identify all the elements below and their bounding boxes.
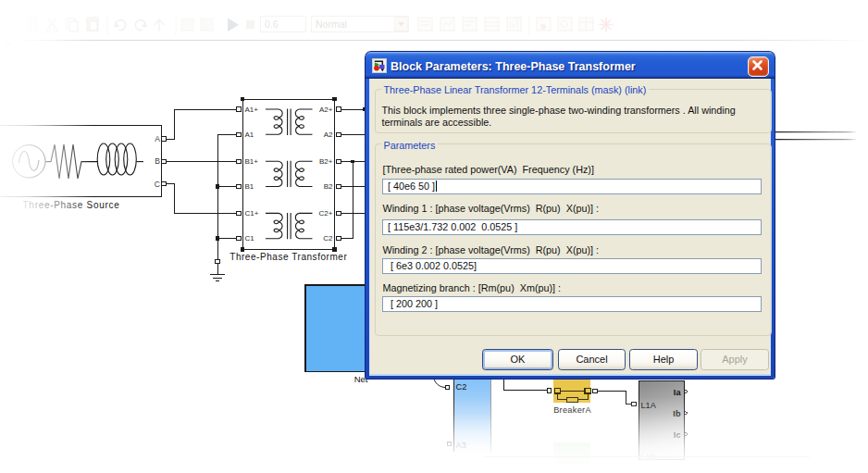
svg-text:A2: A2 — [324, 131, 333, 139]
svg-text:0.6: 0.6 — [265, 19, 279, 30]
svg-text:A1+: A1+ — [245, 106, 259, 114]
svg-text:L1B: L1B — [641, 453, 656, 462]
svg-text:C1: C1 — [245, 234, 255, 243]
svg-text:B1: B1 — [245, 182, 254, 191]
svg-text:BreakerA: BreakerA — [553, 405, 591, 415]
svg-text:Ib: Ib — [673, 409, 681, 418]
svg-text:B2+: B2+ — [319, 157, 333, 166]
svg-text:C2+: C2+ — [319, 209, 333, 218]
svg-text:Ic: Ic — [674, 430, 681, 440]
svg-text:C: C — [155, 180, 160, 189]
svg-text:Ia: Ia — [674, 388, 682, 397]
svg-text:C1+: C1+ — [245, 209, 259, 218]
svg-text:Three-Phase Transformer: Three-Phase Transformer — [229, 252, 347, 262]
svg-text:A3: A3 — [456, 441, 466, 450]
svg-text:B1+: B1+ — [245, 157, 259, 166]
svg-text:C2: C2 — [323, 234, 333, 243]
svg-text:B: B — [155, 156, 160, 166]
svg-text:Normal: Normal — [316, 19, 347, 30]
svg-text:C2: C2 — [456, 382, 467, 392]
svg-text:A: A — [155, 134, 160, 143]
svg-text:A1: A1 — [245, 131, 254, 139]
svg-text:A2+: A2+ — [319, 106, 333, 114]
svg-text:B2: B2 — [324, 182, 333, 191]
svg-text:L1A: L1A — [641, 401, 657, 410]
svg-text:Three-Phase Source: Three-Phase Source — [23, 200, 120, 210]
